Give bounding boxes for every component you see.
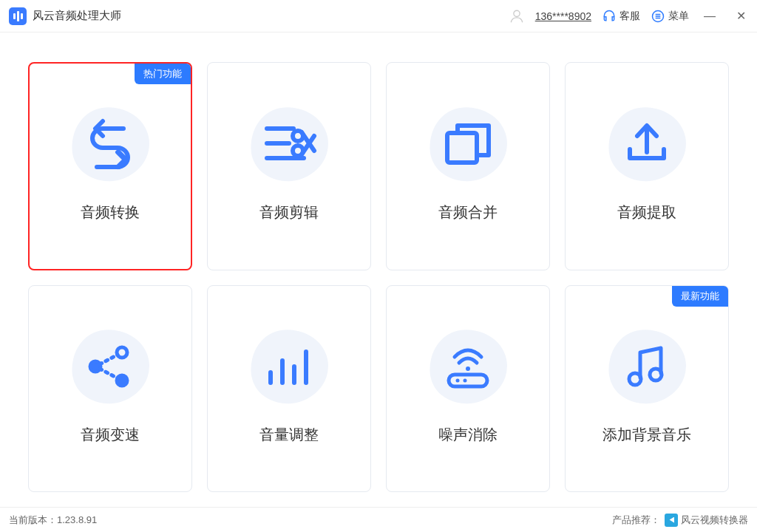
svg-point-21 [466, 366, 470, 371]
recommend-label: 产品推荐： [612, 514, 660, 527]
minimize-button[interactable]: — [699, 6, 720, 27]
user-phone[interactable]: 136****8902 [535, 10, 591, 22]
bars-icon [263, 344, 315, 389]
music-note-icon [622, 342, 671, 391]
support-button[interactable]: 客服 [602, 9, 640, 24]
close-button[interactable]: ✕ [730, 6, 751, 27]
card-label: 添加背景音乐 [602, 425, 691, 445]
recommend-product-icon [665, 514, 678, 527]
svg-point-23 [456, 378, 460, 382]
svg-rect-22 [449, 375, 487, 386]
card-noise-removal[interactable]: 噪声消除 [386, 285, 550, 492]
scissors-list-icon [259, 118, 319, 170]
footer: 当前版本： 1.23.8.91 产品推荐： 风云视频转换器 [0, 507, 757, 532]
support-label: 客服 [619, 10, 640, 23]
card-audio-speed[interactable]: 音频变速 [28, 285, 192, 492]
svg-point-25 [629, 373, 641, 385]
badge-hot: 热门功能 [135, 64, 191, 84]
upload-tray-icon [622, 120, 671, 168]
card-label: 音频提取 [617, 202, 676, 222]
card-volume-adjust[interactable]: 音量调整 [207, 285, 371, 492]
feature-grid: 热门功能 音频转换 音频剪辑 [0, 33, 757, 507]
badge-new: 最新功能 [672, 286, 728, 307]
version-label: 当前版本： [9, 514, 57, 527]
share-nodes-icon [84, 342, 137, 391]
router-wifi-icon [441, 342, 495, 391]
card-audio-edit[interactable]: 音频剪辑 [207, 62, 371, 270]
svg-rect-12 [447, 133, 477, 163]
app-logo-icon [9, 7, 27, 25]
card-audio-convert[interactable]: 热门功能 音频转换 [28, 62, 192, 270]
card-label: 噪声消除 [438, 425, 498, 445]
headset-icon [602, 9, 617, 24]
avatar-icon [509, 8, 525, 24]
recommend-product[interactable]: 风云视频转换器 [681, 514, 748, 527]
svg-point-0 [514, 10, 520, 16]
svg-point-24 [464, 378, 467, 382]
copy-squares-icon [441, 120, 495, 168]
svg-point-26 [650, 369, 662, 381]
card-label: 音频变速 [81, 425, 140, 445]
card-label: 音量调整 [259, 425, 319, 445]
version-number: 1.23.8.91 [57, 514, 97, 525]
card-label: 音频剪辑 [259, 202, 319, 222]
card-label: 音频合并 [438, 202, 498, 222]
menu-label: 菜单 [668, 10, 689, 23]
app-title: 风云音频处理大师 [33, 9, 121, 23]
menu-list-icon [651, 9, 665, 24]
card-add-bgm[interactable]: 最新功能 添加背景音乐 [565, 285, 729, 492]
swap-arrows-icon [81, 118, 140, 170]
titlebar: 风云音频处理大师 136****8902 客服 菜单 — ✕ [0, 0, 757, 33]
card-audio-extract[interactable]: 音频提取 [565, 62, 729, 270]
card-label: 音频转换 [81, 202, 140, 222]
card-audio-merge[interactable]: 音频合并 [386, 62, 550, 270]
menu-button[interactable]: 菜单 [651, 9, 689, 24]
